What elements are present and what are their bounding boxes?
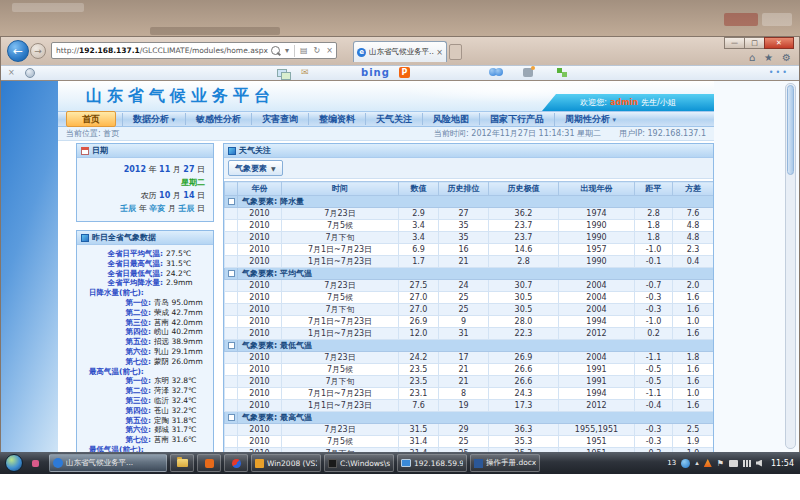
tray-flame-icon[interactable] bbox=[704, 459, 712, 467]
search-dropdown-icon[interactable]: ▾ bbox=[285, 43, 289, 58]
task-button-orange[interactable] bbox=[197, 454, 221, 472]
element-filter-button[interactable]: 气象要素 ▼ bbox=[228, 160, 283, 176]
addon-close-icon[interactable]: × bbox=[8, 68, 15, 77]
task-button-folder[interactable] bbox=[170, 454, 194, 472]
speaker-icon[interactable] bbox=[756, 460, 762, 467]
nav-item-8[interactable]: 周期性分析 bbox=[554, 113, 626, 126]
bing-p-icon[interactable]: P bbox=[399, 67, 410, 78]
stat-label: 全省日平均气温: bbox=[79, 249, 163, 259]
table-row[interactable]: 20101月1日~7月23日7.61917.32012-0.41.6 bbox=[225, 400, 714, 412]
favorites-star-button[interactable]: ★ bbox=[764, 52, 773, 63]
action-center-flag-icon[interactable]: ⚑ bbox=[717, 459, 724, 468]
tools-gear-button[interactable]: ⚙ bbox=[782, 52, 791, 63]
table-cell: 31.5 bbox=[399, 424, 439, 436]
table-header-cell[interactable]: 出现年份 bbox=[559, 182, 635, 196]
table-group-row[interactable]: 气象要素: 平均气温 bbox=[225, 268, 714, 280]
scrollbar-thumb[interactable] bbox=[787, 85, 794, 175]
taskbar-clock[interactable]: 11:54 bbox=[771, 459, 794, 468]
nav-item-4[interactable]: 整编资料 bbox=[308, 113, 365, 125]
task-button-cmd[interactable]: C:\Windows\s... bbox=[324, 454, 394, 472]
forward-button[interactable]: → bbox=[30, 43, 46, 59]
table-cell: 1974 bbox=[559, 208, 635, 220]
table-row[interactable]: 20107月下旬3.43523.719901.84.8 bbox=[225, 232, 714, 244]
task-button-vm[interactable]: Win2008 (VS2... bbox=[251, 454, 321, 472]
nav-item-3[interactable]: 灾害查询 bbox=[251, 113, 308, 125]
browser-tab[interactable]: e 山东省气候业务平... × bbox=[353, 41, 447, 62]
table-group-row[interactable]: 气象要素: 降水量 bbox=[225, 196, 714, 208]
table-row[interactable]: 20107月1日~7月23日23.1824.31994-1.11.0 bbox=[225, 388, 714, 400]
table-row[interactable]: 20107月23日27.52430.72004-0.72.0 bbox=[225, 280, 714, 292]
group-checkbox[interactable] bbox=[228, 342, 235, 349]
task-button-media[interactable] bbox=[224, 454, 248, 472]
group-checkbox[interactable] bbox=[228, 414, 235, 421]
task-button-word[interactable]: 操作手册.docx ... bbox=[470, 454, 540, 472]
table-row[interactable]: 20101月1日~7月23日12.03122.320120.21.6 bbox=[225, 328, 714, 340]
table-row[interactable]: 20107月1日~7月23日26.9928.01994-1.01.0 bbox=[225, 316, 714, 328]
table-row[interactable]: 20101月1日~7月23日1.7212.81990-0.10.4 bbox=[225, 256, 714, 268]
table-row[interactable]: 20107月5候3.43523.719901.84.8 bbox=[225, 220, 714, 232]
bing-logo[interactable]: bing bbox=[361, 67, 390, 78]
search-icon[interactable] bbox=[271, 46, 280, 55]
back-button[interactable]: ← bbox=[7, 40, 29, 62]
address-bar[interactable]: http://192.168.137.1/GLCCLIMATE/modules/… bbox=[51, 42, 337, 59]
table-cell: 1.6 bbox=[673, 364, 714, 376]
table-header-cell[interactable]: 数值 bbox=[399, 182, 439, 196]
table-row[interactable]: 20107月下旬23.52126.61991-0.51.6 bbox=[225, 376, 714, 388]
messenger-icon[interactable] bbox=[489, 68, 503, 77]
refresh-icon[interactable]: ↻ bbox=[314, 43, 321, 58]
cards-icon[interactable] bbox=[277, 69, 289, 78]
network-icon[interactable] bbox=[743, 460, 751, 467]
apps-icon[interactable] bbox=[557, 68, 569, 77]
nav-item-2[interactable]: 敏感性分析 bbox=[185, 113, 251, 125]
mail-icon[interactable]: ✉ bbox=[301, 67, 309, 77]
table-header-cell[interactable]: 距平 bbox=[635, 182, 673, 196]
rank-value: 青岛 95.0mm bbox=[154, 298, 203, 308]
close-button[interactable]: ✕ bbox=[764, 37, 794, 49]
task-button-ie[interactable]: 山东省气候业务平... bbox=[49, 454, 167, 472]
group-label: 气象要素: 最低气温 bbox=[238, 340, 714, 352]
table-row[interactable]: 20107月23日24.21726.92004-1.11.8 bbox=[225, 352, 714, 364]
stop-icon[interactable]: × bbox=[326, 43, 333, 58]
table-header-cell[interactable]: 时间 bbox=[282, 182, 399, 196]
table-header-cell[interactable]: 年份 bbox=[238, 182, 282, 196]
browser-scrollbar[interactable] bbox=[785, 83, 796, 449]
chevron-down-icon: ▼ bbox=[271, 165, 276, 172]
nav-item-6[interactable]: 风险地图 bbox=[422, 113, 479, 125]
table-header-cell[interactable]: 历史排位 bbox=[439, 182, 489, 196]
rank-item: 第二位:荣成 42.7mm bbox=[79, 308, 211, 318]
start-button[interactable] bbox=[5, 454, 23, 472]
compatibility-view-icon[interactable]: ▤ bbox=[300, 43, 308, 58]
table-cell: 2010 bbox=[238, 220, 282, 232]
table-row[interactable]: 20107月23日2.92736.219742.87.6 bbox=[225, 208, 714, 220]
table-row[interactable]: 20107月5候23.52126.61991-0.51.6 bbox=[225, 364, 714, 376]
table-group-row[interactable]: 气象要素: 最低气温 bbox=[225, 340, 714, 352]
nav-item-1[interactable]: 数据分析 bbox=[122, 113, 185, 126]
address-input[interactable]: http://192.168.137.1/GLCCLIMATE/modules/… bbox=[52, 46, 269, 55]
table-row[interactable]: 20107月下旬27.02530.52004-0.31.6 bbox=[225, 304, 714, 316]
nav-item-7[interactable]: 国家下行产品 bbox=[479, 113, 554, 125]
display-icon[interactable] bbox=[729, 460, 738, 467]
tray-up-arrow-icon[interactable]: ▴ bbox=[695, 459, 699, 467]
table-row[interactable]: 20107月5候27.02530.52004-0.31.6 bbox=[225, 292, 714, 304]
table-header-cell[interactable]: 历史极值 bbox=[489, 182, 559, 196]
task-button-remote[interactable]: 192.168.59.99... bbox=[397, 454, 467, 472]
tray-blue-icon[interactable] bbox=[681, 459, 690, 468]
group-checkbox[interactable] bbox=[228, 198, 235, 205]
toolbar-overflow-dots[interactable]: ••• bbox=[769, 68, 789, 77]
minimize-button[interactable]: — bbox=[724, 37, 745, 49]
addon-compass-icon[interactable] bbox=[25, 68, 35, 78]
home-button[interactable]: ⌂ bbox=[749, 52, 755, 63]
maximize-button[interactable]: □ bbox=[744, 37, 765, 49]
table-row[interactable]: 20107月23日31.52936.31955,1951-0.32.5 bbox=[225, 424, 714, 436]
new-tab-button[interactable] bbox=[449, 44, 462, 60]
pinned-app-icon[interactable] bbox=[32, 460, 39, 467]
table-row[interactable]: 20107月5候31.42535.31951-0.31.9 bbox=[225, 436, 714, 448]
people-icon[interactable] bbox=[523, 68, 533, 77]
table-row[interactable]: 20107月1日~7月23日6.91614.61957-1.02.3 bbox=[225, 244, 714, 256]
group-checkbox[interactable] bbox=[228, 270, 235, 277]
tab-close-icon[interactable]: × bbox=[436, 48, 443, 57]
table-header-cell[interactable]: 方差 bbox=[673, 182, 714, 196]
nav-item-5[interactable]: 天气关注 bbox=[365, 113, 422, 125]
nav-item-0[interactable]: 首页 bbox=[66, 111, 116, 127]
table-group-row[interactable]: 气象要素: 最高气温 bbox=[225, 412, 714, 424]
